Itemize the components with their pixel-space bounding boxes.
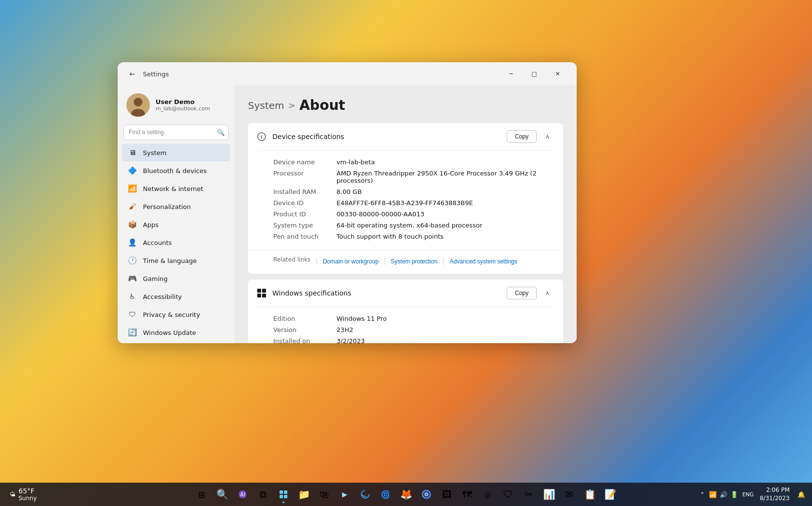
spec-row-edition: Edition Windows 11 Pro (273, 313, 554, 324)
photos-button[interactable]: 🖼 (437, 485, 457, 504)
chrome-button[interactable] (417, 485, 436, 504)
user-name: User Demo (156, 98, 210, 105)
edge-dev-button[interactable]: 🌀 (376, 485, 395, 504)
spec-label-device-name: Device name (273, 158, 336, 166)
sidebar-label-privacy: Privacy & security (143, 311, 200, 318)
close-button[interactable]: ✕ (547, 66, 569, 82)
sidebar-label-time: Time & language (143, 257, 197, 264)
device-specs-copy-button[interactable]: Copy (507, 130, 537, 143)
sidebar-item-accessibility[interactable]: ♿ Accessibility (122, 288, 230, 305)
planner-button[interactable]: 📋 (580, 485, 600, 504)
sidebar-item-bluetooth[interactable]: 🔷 Bluetooth & devices (122, 162, 230, 179)
start-button[interactable]: ⊞ (192, 485, 212, 504)
security-taskbar-button[interactable]: 🛡 (498, 485, 518, 504)
minimize-button[interactable]: ─ (500, 66, 522, 82)
tray-chevron[interactable]: ⌃ (697, 489, 707, 499)
spec-label-pen-touch: Pen and touch (273, 233, 336, 240)
back-button[interactable]: ← (125, 67, 139, 81)
sticky-notes-button[interactable]: 📝 (600, 485, 620, 504)
svg-rect-7 (280, 490, 283, 494)
device-specs-header: i Device specifications Copy ∧ (248, 123, 563, 150)
svg-rect-9 (280, 495, 283, 498)
sidebar-item-privacy[interactable]: 🛡 Privacy & security (122, 306, 230, 323)
spec-value-device-name: vm-lab-beta (336, 158, 375, 166)
network-tray-icon[interactable]: 📶 (708, 489, 718, 499)
system-clock[interactable]: 2:06 PM 8/31/2023 (757, 485, 793, 504)
sidebar-item-apps[interactable]: 📦 Apps (122, 216, 230, 233)
svg-rect-10 (284, 495, 287, 498)
sidebar-item-personalization[interactable]: 🖌 Personalization (122, 198, 230, 215)
breadcrumb-separator: > (288, 100, 296, 110)
sidebar-item-network[interactable]: 📶 Network & internet (122, 180, 230, 197)
firefox-button[interactable]: 🦊 (396, 485, 416, 504)
system-protection-link[interactable]: System protection (391, 256, 438, 267)
advanced-settings-link[interactable]: Advanced system settings (450, 256, 517, 267)
device-specs-card: i Device specifications Copy ∧ (248, 123, 563, 274)
clock-time: 2:06 PM (759, 486, 790, 494)
bluetooth-icon: 🔷 (127, 166, 137, 175)
page-title: About (300, 97, 345, 113)
notification-icon[interactable]: 🔔 (796, 489, 806, 499)
spec-value-system-type: 64-bit operating system, x64-based proce… (336, 222, 482, 229)
related-links: Related links Domain or workgroup System… (248, 250, 563, 274)
window-body: User Demo m_lab@outlook.com 🔍 🖥 System (118, 86, 577, 343)
maximize-button[interactable]: □ (523, 66, 546, 82)
sidebar-label-apps: Apps (143, 221, 159, 228)
cortana-button[interactable]: ◎ (478, 485, 497, 504)
svg-text:AI: AI (240, 492, 245, 497)
maps-button[interactable]: 🗺 (458, 485, 477, 504)
windows-specs-card: Windows specifications Copy ∧ Edition Wi… (248, 279, 563, 343)
search-input[interactable] (124, 124, 229, 140)
link-sep-3 (443, 258, 444, 265)
apps-icon: 📦 (127, 220, 137, 229)
spec-row-device-id: Device ID E48AFF7E-6FF8-45B3-A239-FF7463… (273, 197, 554, 209)
accessibility-icon: ♿ (127, 292, 137, 301)
windows-specs-title: Windows specifications (272, 289, 352, 297)
windows-specs-copy-button[interactable]: Copy (507, 287, 537, 299)
page-header: System > About (248, 97, 563, 113)
weather-widget[interactable]: 🌤 65°F Sunny (6, 485, 41, 504)
user-info: User Demo m_lab@outlook.com (156, 98, 210, 112)
search-icon: 🔍 (217, 129, 225, 136)
store-button[interactable]: 🛍 (315, 485, 334, 504)
weather-temp: 65°F (18, 487, 37, 495)
sidebar-item-accounts[interactable]: 👤 Accounts (122, 234, 230, 251)
sidebar-item-gaming[interactable]: 🎮 Gaming (122, 270, 230, 287)
settings-window: ← Settings ─ □ ✕ (118, 62, 577, 343)
search-button[interactable]: 🔍 (212, 485, 232, 504)
svg-point-13 (425, 493, 428, 496)
windows-specs-collapse-button[interactable]: ∧ (541, 286, 554, 300)
terminal-button[interactable]: ▶ (335, 485, 354, 504)
spec-row-ram: Installed RAM 8.00 GB (273, 186, 554, 197)
user-profile[interactable]: User Demo m_lab@outlook.com (122, 89, 230, 124)
windows-specs-header-left: Windows specifications (257, 288, 352, 298)
domain-workgroup-link[interactable]: Domain or workgroup (323, 256, 379, 267)
window-controls: ─ □ ✕ (500, 66, 569, 82)
taskbar-center: ⊞ 🔍 AI ⧉ 📁 🛍 ▶ (192, 485, 620, 504)
nav-list: 🖥 System 🔷 Bluetooth & devices 📶 Network… (122, 144, 230, 341)
device-specs-header-left: i Device specifications (257, 132, 344, 141)
settings-taskbar-button[interactable] (274, 485, 293, 504)
device-specs-collapse-button[interactable]: ∧ (541, 130, 554, 143)
windows-specs-body: Edition Windows 11 Pro Version 23H2 Inst… (248, 307, 563, 343)
weather-icon: 🌤 (10, 491, 16, 498)
windows-specs-header: Windows specifications Copy ∧ (248, 279, 563, 307)
volume-tray-icon[interactable]: 🔊 (719, 489, 728, 499)
device-specs-actions: Copy ∧ (507, 130, 554, 143)
task-view-button[interactable]: ⧉ (253, 485, 273, 504)
language-indicator[interactable]: ENG (743, 489, 753, 499)
office-button[interactable]: 📊 (539, 485, 559, 504)
sidebar-item-update[interactable]: 🔄 Windows Update (122, 324, 230, 341)
sidebar-item-system[interactable]: 🖥 System (122, 144, 230, 161)
device-specs-body: Device name vm-lab-beta Processor AMD Ry… (248, 151, 563, 250)
sidebar-item-time[interactable]: 🕐 Time & language (122, 252, 230, 269)
spec-row-installed-on: Installed on 3/2/2023 (273, 335, 554, 343)
battery-tray-icon[interactable]: 🔋 (729, 489, 739, 499)
weather-condition: Sunny (18, 495, 37, 502)
file-explorer-button[interactable]: 📁 (294, 485, 314, 504)
edge-button[interactable] (355, 485, 375, 504)
links-row: Related links Domain or workgroup System… (273, 256, 554, 267)
outlook-button[interactable]: ✉ (560, 485, 579, 504)
copilot-button[interactable]: AI (233, 485, 252, 504)
snip-button[interactable]: ✂ (519, 485, 538, 504)
